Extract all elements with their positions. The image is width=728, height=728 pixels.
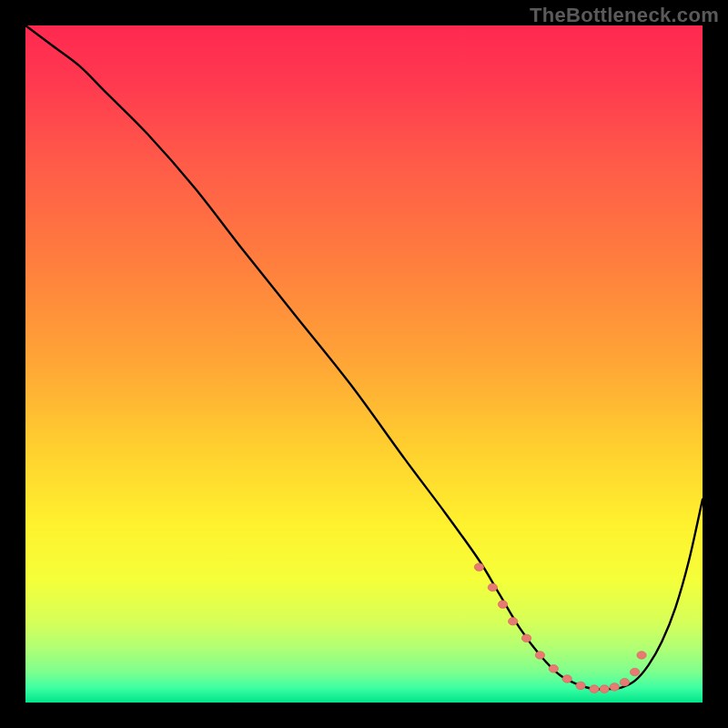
chart-frame: TheBottleneck.com	[0, 0, 728, 728]
highlight-dot	[474, 563, 483, 571]
highlight-dot	[498, 601, 507, 609]
highlight-dot	[488, 583, 497, 592]
bottleneck-curve-chart	[25, 25, 703, 703]
highlight-dot	[562, 675, 571, 683]
highlight-dot	[600, 685, 609, 693]
highlight-dot	[620, 678, 629, 686]
highlight-dot	[610, 683, 619, 692]
highlight-dot	[549, 665, 558, 673]
highlight-dot	[535, 652, 544, 660]
plot-area	[25, 25, 703, 703]
highlight-dot	[630, 668, 639, 676]
highlight-dot	[576, 682, 585, 690]
gradient-background	[25, 25, 703, 703]
watermark-text: TheBottleneck.com	[530, 4, 719, 27]
highlight-dot	[521, 634, 531, 642]
highlight-dot	[508, 617, 517, 625]
highlight-dot	[590, 685, 599, 693]
highlight-dot	[637, 652, 646, 660]
